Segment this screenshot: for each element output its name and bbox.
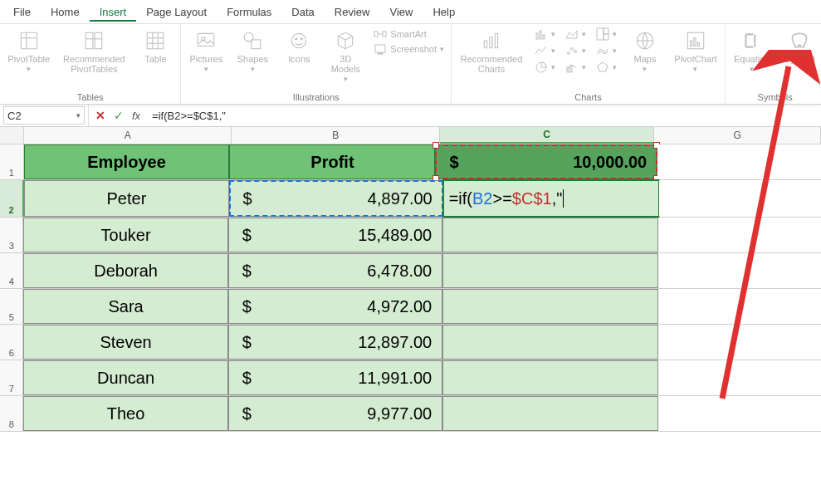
screenshot-button[interactable]: Screenshot▾	[374, 42, 444, 56]
cell-a3[interactable]: Touker	[23, 218, 227, 252]
fx-icon[interactable]: fx	[132, 110, 140, 122]
combo-chart-icon	[565, 61, 579, 74]
cell-g5[interactable]	[658, 289, 821, 324]
row-header-2[interactable]: 2	[0, 180, 24, 217]
svg-rect-4	[95, 32, 102, 49]
shapes-button[interactable]: Shapes▾	[234, 27, 271, 75]
chart-area-button[interactable]: ▾	[565, 27, 586, 41]
formula-input[interactable]: =if(B2>=$C$1,"	[147, 110, 821, 122]
row-header-5[interactable]: 5	[0, 289, 23, 324]
chart-col-button[interactable]: ▾	[535, 27, 555, 41]
svg-rect-6	[148, 32, 164, 49]
cell-c6[interactable]	[442, 325, 658, 360]
cell-c8[interactable]	[442, 396, 658, 431]
svg-point-15	[292, 33, 306, 47]
chart-scatter-button[interactable]: ▾	[565, 44, 586, 57]
menu-formulas[interactable]: Formulas	[217, 2, 281, 22]
row-header-3[interactable]: 3	[0, 218, 23, 252]
svg-rect-25	[495, 33, 497, 47]
cell-g4[interactable]	[658, 253, 821, 288]
maps-button[interactable]: Maps▾	[627, 27, 663, 75]
ribbon-group-charts: Recommended Charts ▾ ▾ ▾ ▾ ▾ ▾ ▾ ▾ ▾ Map…	[452, 24, 726, 104]
recommended-charts-button[interactable]: Recommended Charts	[458, 27, 525, 76]
line-chart-icon	[535, 44, 548, 57]
cell-b4[interactable]: $6,478.00	[228, 253, 442, 288]
col-header-g[interactable]: G	[654, 127, 821, 144]
icons-button[interactable]: Icons	[281, 27, 317, 66]
cell-b6[interactable]: $12,897.00	[228, 325, 442, 360]
col-header-c[interactable]: C	[440, 127, 654, 144]
menu-page-layout[interactable]: Page Layout	[136, 2, 217, 22]
chart-radar-button[interactable]: ▾	[596, 61, 617, 74]
menu-view[interactable]: View	[379, 2, 423, 22]
svg-point-16	[296, 38, 297, 40]
recommended-pivot-tables-button[interactable]: Recommended PivotTables	[61, 27, 127, 76]
col-header-a[interactable]: A	[24, 127, 232, 144]
chart-line-button[interactable]: ▾	[535, 44, 555, 57]
symbol-button[interactable]: Symbol	[781, 27, 818, 66]
cell-g2[interactable]	[659, 180, 821, 217]
symbol-icon	[788, 29, 811, 52]
cell-c5[interactable]	[442, 289, 658, 324]
cell-b1[interactable]: Profit	[229, 144, 435, 179]
menu-data[interactable]: Data	[281, 2, 324, 22]
row-header-4[interactable]: 4	[0, 253, 23, 288]
row-header-7[interactable]: 7	[0, 360, 23, 395]
cell-g8[interactable]	[658, 396, 821, 431]
cell-a6[interactable]: Steven	[23, 325, 227, 360]
cancel-icon[interactable]: ✕	[95, 109, 105, 122]
chart-combo-button[interactable]: ▾	[565, 61, 586, 74]
chevron-down-icon[interactable]: ▾	[76, 111, 81, 120]
svg-rect-36	[604, 28, 608, 34]
cell-c2[interactable]: =if(B2>=$C$1," IF(logical_test, [value_i…	[443, 180, 659, 217]
menu-home[interactable]: Home	[41, 2, 90, 22]
chart-surface-button[interactable]: ▾	[596, 44, 617, 57]
cell-c7[interactable]	[442, 360, 658, 395]
pivot-table-button[interactable]: PivotTable ▾	[7, 27, 51, 75]
enter-icon[interactable]: ✓	[114, 109, 124, 122]
row-header-1[interactable]: 1	[0, 144, 24, 179]
menu-insert[interactable]: Insert	[90, 2, 137, 22]
cell-b5[interactable]: $4,972.00	[228, 289, 442, 324]
svg-rect-27	[540, 31, 541, 39]
table-row: 3 Touker $15,489.00	[0, 218, 821, 253]
cell-b2[interactable]: $ 4,897.00	[229, 180, 443, 217]
col-header-b[interactable]: B	[232, 127, 440, 144]
pivot-chart-button[interactable]: PivotChart▾	[673, 27, 718, 75]
cell-a7[interactable]: Duncan	[23, 360, 227, 395]
cell-g6[interactable]	[658, 325, 821, 360]
row-header-6[interactable]: 6	[0, 325, 23, 360]
pictures-icon	[194, 29, 217, 52]
cell-a4[interactable]: Deborah	[23, 253, 227, 288]
cell-g1[interactable]	[657, 144, 821, 179]
cell-g3[interactable]	[658, 218, 821, 252]
svg-rect-14	[252, 40, 261, 49]
cell-a8[interactable]: Theo	[23, 396, 227, 431]
menu-file[interactable]: File	[3, 2, 41, 22]
cell-b7[interactable]: $11,991.00	[228, 360, 442, 395]
3d-models-button[interactable]: 3D Models▾	[327, 27, 364, 85]
pictures-button[interactable]: Pictures▾	[188, 27, 224, 75]
smartart-button[interactable]: SmartArt	[374, 27, 444, 41]
cell-c4[interactable]	[442, 253, 658, 288]
table-button[interactable]: Table	[137, 27, 173, 66]
equation-icon	[740, 29, 764, 52]
cell-g7[interactable]	[658, 360, 821, 395]
cell-a2[interactable]: Peter	[24, 180, 228, 217]
row-header-8[interactable]: 8	[0, 396, 23, 431]
svg-rect-21	[375, 45, 385, 52]
ribbon-group-illustrations: Pictures▾ Shapes▾ Icons 3D Models▾ Smart…	[181, 24, 452, 104]
menu-help[interactable]: Help	[423, 2, 465, 22]
cell-b3[interactable]: $15,489.00	[228, 218, 442, 252]
chart-pie-button[interactable]: ▾	[535, 61, 555, 74]
cell-a1[interactable]: Employee	[24, 144, 230, 179]
select-all-corner[interactable]	[0, 127, 24, 144]
equation-button[interactable]: Equation▾	[732, 27, 771, 75]
menu-review[interactable]: Review	[325, 2, 380, 22]
name-box[interactable]: C2 ▾	[3, 106, 85, 125]
cell-a5[interactable]: Sara	[23, 289, 227, 324]
chart-treemap-button[interactable]: ▾	[596, 27, 617, 41]
cell-c1[interactable]: $ 10,000.00	[435, 144, 657, 179]
cell-b8[interactable]: $9,977.00	[228, 396, 442, 431]
cell-c3[interactable]	[442, 218, 658, 252]
